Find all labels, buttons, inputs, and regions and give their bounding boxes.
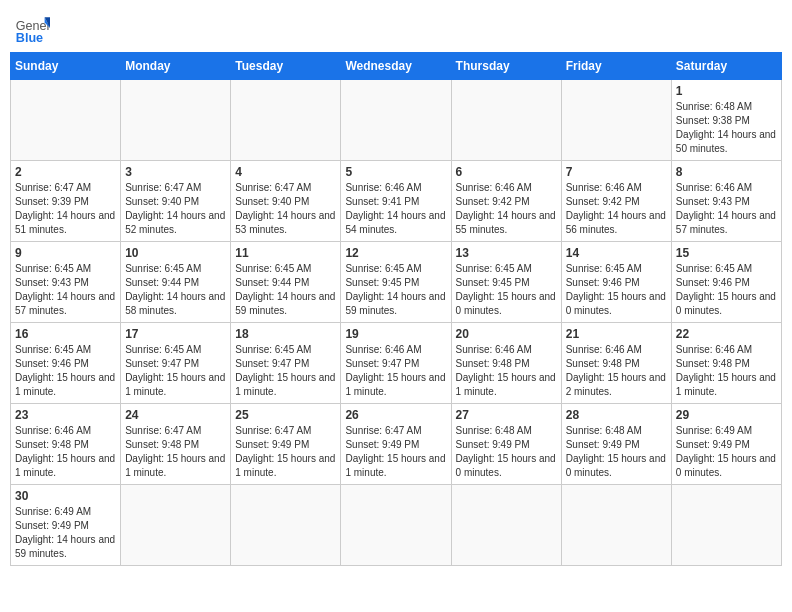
days-header-row: SundayMondayTuesdayWednesdayThursdayFrid… xyxy=(11,53,782,80)
calendar-cell xyxy=(11,80,121,161)
day-info: Sunrise: 6:46 AM Sunset: 9:42 PM Dayligh… xyxy=(566,181,667,237)
day-number: 11 xyxy=(235,246,336,260)
calendar-cell: 2Sunrise: 6:47 AM Sunset: 9:39 PM Daylig… xyxy=(11,161,121,242)
day-info: Sunrise: 6:49 AM Sunset: 9:49 PM Dayligh… xyxy=(676,424,777,480)
day-number: 2 xyxy=(15,165,116,179)
day-info: Sunrise: 6:45 AM Sunset: 9:44 PM Dayligh… xyxy=(125,262,226,318)
day-number: 17 xyxy=(125,327,226,341)
calendar-cell: 9Sunrise: 6:45 AM Sunset: 9:43 PM Daylig… xyxy=(11,242,121,323)
week-row-4: 23Sunrise: 6:46 AM Sunset: 9:48 PM Dayli… xyxy=(11,404,782,485)
day-number: 14 xyxy=(566,246,667,260)
calendar-cell xyxy=(231,80,341,161)
day-number: 25 xyxy=(235,408,336,422)
calendar-cell: 5Sunrise: 6:46 AM Sunset: 9:41 PM Daylig… xyxy=(341,161,451,242)
day-number: 23 xyxy=(15,408,116,422)
logo: General Blue xyxy=(14,10,50,46)
calendar-cell: 23Sunrise: 6:46 AM Sunset: 9:48 PM Dayli… xyxy=(11,404,121,485)
day-header-sunday: Sunday xyxy=(11,53,121,80)
day-number: 24 xyxy=(125,408,226,422)
calendar-cell: 7Sunrise: 6:46 AM Sunset: 9:42 PM Daylig… xyxy=(561,161,671,242)
day-info: Sunrise: 6:45 AM Sunset: 9:44 PM Dayligh… xyxy=(235,262,336,318)
calendar-cell xyxy=(451,80,561,161)
day-info: Sunrise: 6:45 AM Sunset: 9:43 PM Dayligh… xyxy=(15,262,116,318)
day-number: 3 xyxy=(125,165,226,179)
day-info: Sunrise: 6:45 AM Sunset: 9:45 PM Dayligh… xyxy=(456,262,557,318)
day-number: 27 xyxy=(456,408,557,422)
day-number: 18 xyxy=(235,327,336,341)
day-header-wednesday: Wednesday xyxy=(341,53,451,80)
day-info: Sunrise: 6:45 AM Sunset: 9:45 PM Dayligh… xyxy=(345,262,446,318)
day-number: 20 xyxy=(456,327,557,341)
week-row-2: 9Sunrise: 6:45 AM Sunset: 9:43 PM Daylig… xyxy=(11,242,782,323)
day-info: Sunrise: 6:47 AM Sunset: 9:39 PM Dayligh… xyxy=(15,181,116,237)
calendar-cell xyxy=(561,80,671,161)
calendar-cell: 30Sunrise: 6:49 AM Sunset: 9:49 PM Dayli… xyxy=(11,485,121,566)
day-info: Sunrise: 6:47 AM Sunset: 9:49 PM Dayligh… xyxy=(345,424,446,480)
calendar-cell: 27Sunrise: 6:48 AM Sunset: 9:49 PM Dayli… xyxy=(451,404,561,485)
day-info: Sunrise: 6:47 AM Sunset: 9:48 PM Dayligh… xyxy=(125,424,226,480)
calendar-cell: 22Sunrise: 6:46 AM Sunset: 9:48 PM Dayli… xyxy=(671,323,781,404)
day-number: 7 xyxy=(566,165,667,179)
day-info: Sunrise: 6:45 AM Sunset: 9:47 PM Dayligh… xyxy=(125,343,226,399)
day-info: Sunrise: 6:46 AM Sunset: 9:43 PM Dayligh… xyxy=(676,181,777,237)
calendar-cell: 29Sunrise: 6:49 AM Sunset: 9:49 PM Dayli… xyxy=(671,404,781,485)
day-number: 15 xyxy=(676,246,777,260)
calendar-cell: 26Sunrise: 6:47 AM Sunset: 9:49 PM Dayli… xyxy=(341,404,451,485)
day-number: 9 xyxy=(15,246,116,260)
day-info: Sunrise: 6:48 AM Sunset: 9:49 PM Dayligh… xyxy=(456,424,557,480)
calendar-cell: 12Sunrise: 6:45 AM Sunset: 9:45 PM Dayli… xyxy=(341,242,451,323)
day-info: Sunrise: 6:45 AM Sunset: 9:46 PM Dayligh… xyxy=(15,343,116,399)
day-number: 4 xyxy=(235,165,336,179)
week-row-0: 1Sunrise: 6:48 AM Sunset: 9:38 PM Daylig… xyxy=(11,80,782,161)
day-number: 22 xyxy=(676,327,777,341)
day-info: Sunrise: 6:48 AM Sunset: 9:49 PM Dayligh… xyxy=(566,424,667,480)
calendar-cell: 3Sunrise: 6:47 AM Sunset: 9:40 PM Daylig… xyxy=(121,161,231,242)
calendar-cell xyxy=(231,485,341,566)
calendar-cell xyxy=(671,485,781,566)
day-header-friday: Friday xyxy=(561,53,671,80)
calendar-cell: 14Sunrise: 6:45 AM Sunset: 9:46 PM Dayli… xyxy=(561,242,671,323)
day-number: 21 xyxy=(566,327,667,341)
day-header-saturday: Saturday xyxy=(671,53,781,80)
day-info: Sunrise: 6:48 AM Sunset: 9:38 PM Dayligh… xyxy=(676,100,777,156)
day-header-tuesday: Tuesday xyxy=(231,53,341,80)
day-number: 10 xyxy=(125,246,226,260)
day-number: 5 xyxy=(345,165,446,179)
calendar-cell: 21Sunrise: 6:46 AM Sunset: 9:48 PM Dayli… xyxy=(561,323,671,404)
day-info: Sunrise: 6:47 AM Sunset: 9:49 PM Dayligh… xyxy=(235,424,336,480)
calendar-cell: 19Sunrise: 6:46 AM Sunset: 9:47 PM Dayli… xyxy=(341,323,451,404)
week-row-1: 2Sunrise: 6:47 AM Sunset: 9:39 PM Daylig… xyxy=(11,161,782,242)
day-info: Sunrise: 6:46 AM Sunset: 9:41 PM Dayligh… xyxy=(345,181,446,237)
day-info: Sunrise: 6:46 AM Sunset: 9:42 PM Dayligh… xyxy=(456,181,557,237)
calendar-cell: 15Sunrise: 6:45 AM Sunset: 9:46 PM Dayli… xyxy=(671,242,781,323)
day-number: 16 xyxy=(15,327,116,341)
calendar-table: SundayMondayTuesdayWednesdayThursdayFrid… xyxy=(10,52,782,566)
day-number: 13 xyxy=(456,246,557,260)
calendar-cell: 4Sunrise: 6:47 AM Sunset: 9:40 PM Daylig… xyxy=(231,161,341,242)
day-info: Sunrise: 6:47 AM Sunset: 9:40 PM Dayligh… xyxy=(125,181,226,237)
calendar-cell: 11Sunrise: 6:45 AM Sunset: 9:44 PM Dayli… xyxy=(231,242,341,323)
day-info: Sunrise: 6:45 AM Sunset: 9:46 PM Dayligh… xyxy=(566,262,667,318)
calendar-cell xyxy=(451,485,561,566)
day-header-monday: Monday xyxy=(121,53,231,80)
day-number: 28 xyxy=(566,408,667,422)
week-row-5: 30Sunrise: 6:49 AM Sunset: 9:49 PM Dayli… xyxy=(11,485,782,566)
calendar-cell: 1Sunrise: 6:48 AM Sunset: 9:38 PM Daylig… xyxy=(671,80,781,161)
calendar-cell: 18Sunrise: 6:45 AM Sunset: 9:47 PM Dayli… xyxy=(231,323,341,404)
svg-text:Blue: Blue xyxy=(16,31,43,45)
day-number: 26 xyxy=(345,408,446,422)
day-number: 12 xyxy=(345,246,446,260)
calendar-cell: 6Sunrise: 6:46 AM Sunset: 9:42 PM Daylig… xyxy=(451,161,561,242)
day-info: Sunrise: 6:46 AM Sunset: 9:48 PM Dayligh… xyxy=(676,343,777,399)
week-row-3: 16Sunrise: 6:45 AM Sunset: 9:46 PM Dayli… xyxy=(11,323,782,404)
calendar-cell xyxy=(341,485,451,566)
day-info: Sunrise: 6:46 AM Sunset: 9:47 PM Dayligh… xyxy=(345,343,446,399)
calendar-cell xyxy=(341,80,451,161)
day-number: 19 xyxy=(345,327,446,341)
day-number: 1 xyxy=(676,84,777,98)
calendar-cell: 28Sunrise: 6:48 AM Sunset: 9:49 PM Dayli… xyxy=(561,404,671,485)
calendar-cell xyxy=(121,80,231,161)
day-header-thursday: Thursday xyxy=(451,53,561,80)
day-info: Sunrise: 6:49 AM Sunset: 9:49 PM Dayligh… xyxy=(15,505,116,561)
day-info: Sunrise: 6:45 AM Sunset: 9:47 PM Dayligh… xyxy=(235,343,336,399)
